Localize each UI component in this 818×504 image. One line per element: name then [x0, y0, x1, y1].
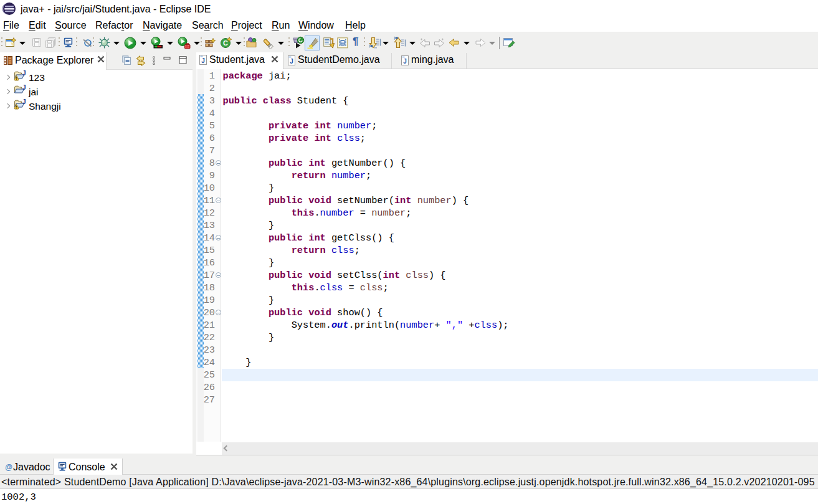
svg-text:J: J	[201, 57, 205, 64]
svg-text:J: J	[22, 85, 26, 91]
svg-text:C: C	[223, 39, 228, 47]
svg-text:J: J	[403, 58, 407, 65]
svg-text:J: J	[22, 70, 26, 77]
svg-text:J: J	[22, 99, 26, 105]
svg-text:J: J	[290, 58, 293, 65]
